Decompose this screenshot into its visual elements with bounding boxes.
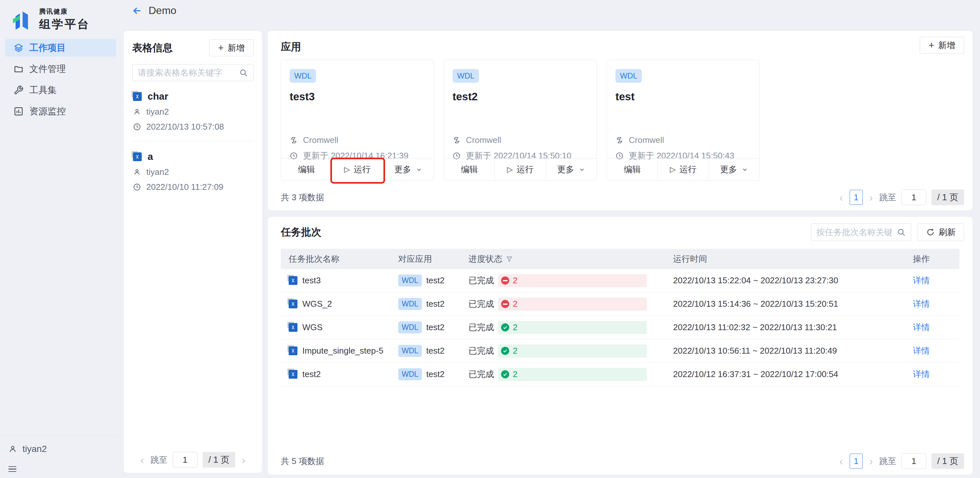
current-page-button[interactable]: 1	[850, 190, 863, 205]
batch-app: test2	[426, 346, 444, 356]
sidebar-item-toolset[interactable]: 工具集	[5, 81, 116, 99]
prev-page-icon[interactable]: ‹	[139, 454, 145, 465]
batch-row[interactable]: Impute_single_step-5 WDL test2 已完成 2 202…	[281, 339, 959, 363]
app-cards: WDL test3 Cromwell 更新于 2022/10/14 16:21:…	[281, 60, 760, 181]
app-card[interactable]: WDL test2 Cromwell 更新于 2022/10/14 15:50:…	[444, 60, 597, 181]
more-button[interactable]: 更多	[383, 159, 434, 180]
more-label: 更多	[557, 164, 574, 175]
batch-name: Impute_single_step-5	[302, 346, 383, 356]
batch-row[interactable]: test3 WDL test2 已完成 2 2022/10/13 15:22:0…	[281, 269, 959, 292]
engine-icon	[616, 136, 624, 144]
progress-bar: 2	[498, 298, 647, 311]
next-page-icon[interactable]: ›	[240, 454, 247, 465]
clock-icon	[133, 123, 141, 131]
prev-page-icon[interactable]: ‹	[838, 192, 844, 203]
detail-link[interactable]: 详情	[913, 368, 930, 380]
detail-link[interactable]: 详情	[913, 298, 930, 310]
batch-status: 已完成	[468, 275, 494, 286]
table-updated: 2022/10/10 11:27:09	[146, 182, 223, 192]
folder-icon	[14, 64, 24, 74]
next-page-icon[interactable]: ›	[868, 192, 874, 203]
batch-row[interactable]: WGS WDL test2 已完成 2 2022/10/13 11:02:32 …	[281, 316, 959, 339]
next-page-icon[interactable]: ›	[868, 456, 874, 467]
run-button[interactable]: ▷ 运行	[495, 159, 546, 180]
prev-page-icon[interactable]: ‹	[838, 456, 844, 467]
apps-panel: 应用 + 新增 WDL test3 Cromwell 更新于 2022/10/1…	[268, 31, 972, 210]
current-user[interactable]: tiyan2	[8, 444, 47, 454]
tables-panel: 表格信息 + 新增 char tiyan2 2022/10/13 10:57:0…	[124, 31, 262, 473]
batch-search-input[interactable]	[811, 227, 897, 237]
search-icon[interactable]	[239, 68, 248, 77]
brand-name-large: 组学平台	[39, 17, 90, 32]
run-label: 运行	[679, 164, 697, 175]
table-owner: tiyan2	[146, 107, 169, 117]
progress-bar: 2	[498, 345, 647, 357]
batch-app: test2	[426, 369, 444, 380]
edit-button[interactable]: 编辑	[607, 159, 657, 180]
batch-row[interactable]: WGS_2 WDL test2 已完成 2 2022/10/13 15:14:3…	[281, 292, 959, 316]
sidebar-item-file-management[interactable]: 文件管理	[5, 60, 116, 78]
run-button[interactable]: ▷ 运行	[332, 159, 382, 180]
edit-button[interactable]: 编辑	[444, 159, 495, 180]
app-type-tag: WDL	[290, 69, 316, 83]
success-badge-icon	[501, 370, 509, 378]
brand-logo: 腾讯健康 组学平台	[11, 7, 90, 32]
batch-time: 2022/10/12 16:37:31 ~ 2022/10/12 17:00:5…	[673, 369, 838, 380]
app-name: test2	[453, 91, 588, 103]
user-icon	[133, 168, 141, 176]
table-search-input[interactable]	[133, 68, 239, 78]
play-icon: ▷	[344, 165, 350, 174]
page-header: Demo	[132, 5, 176, 17]
more-button[interactable]: 更多	[546, 159, 597, 180]
add-table-button[interactable]: + 新增	[209, 40, 253, 56]
batches-panel-title: 任务批次	[281, 226, 321, 239]
sidebar-item-work-projects[interactable]: 工作项目	[5, 39, 116, 57]
back-arrow-icon[interactable]	[132, 6, 143, 16]
run-label: 运行	[354, 164, 371, 175]
page-jump-input[interactable]	[173, 452, 197, 468]
batches-panel: 任务批次 刷新 任务批次名称 对应应用 进度状态 运行时间 操作 test3	[268, 217, 972, 475]
page-jump-input[interactable]	[902, 453, 926, 469]
brand-mark-icon	[11, 9, 35, 30]
play-icon: ▷	[670, 165, 676, 174]
run-button[interactable]: ▷ 运行	[657, 159, 708, 180]
detail-link[interactable]: 详情	[913, 275, 930, 286]
batch-time: 2022/10/13 15:22:04 ~ 2022/10/13 23:27:3…	[673, 275, 838, 286]
app-card[interactable]: WDL test Cromwell 更新于 2022/10/14 15:50:4…	[607, 60, 760, 181]
more-button[interactable]: 更多	[709, 159, 759, 180]
sidebar-item-label: 文件管理	[29, 63, 66, 75]
add-app-label: 新增	[938, 40, 955, 51]
jump-label: 跳至	[879, 192, 896, 203]
app-type-tag: WDL	[398, 345, 422, 357]
sidebar-item-resource-monitor[interactable]: 资源监控	[5, 103, 116, 120]
table-list-item[interactable]: a tiyan2 2022/10/10 11:27:09	[132, 141, 253, 201]
batch-row[interactable]: test2 WDL test2 已完成 2 2022/10/12 16:37:3…	[281, 363, 959, 386]
engine-icon	[290, 136, 298, 144]
user-icon	[133, 108, 141, 116]
detail-link[interactable]: 详情	[913, 322, 930, 333]
current-page-button[interactable]: 1	[850, 454, 863, 468]
table-list-item[interactable]: char tiyan2 2022/10/13 10:57:08	[132, 81, 253, 141]
sidebar-item-label: 工具集	[29, 84, 57, 96]
add-app-button[interactable]: + 新增	[920, 37, 964, 54]
batch-status: 已完成	[468, 298, 494, 310]
refresh-button[interactable]: 刷新	[918, 223, 964, 241]
apps-pager: ‹ 1 › 跳至 / 1 页	[838, 189, 964, 205]
page-title: Demo	[149, 5, 176, 17]
detail-link[interactable]: 详情	[913, 345, 930, 357]
page-jump-input[interactable]	[902, 189, 926, 205]
edit-button[interactable]: 编辑	[281, 159, 332, 180]
filter-funnel-icon[interactable]	[506, 255, 513, 263]
collapse-menu-icon[interactable]	[8, 465, 16, 474]
batch-status: 已完成	[468, 368, 494, 380]
table-search	[132, 64, 253, 81]
more-label: 更多	[394, 164, 411, 175]
app-name: test3	[290, 91, 425, 103]
batch-icon	[289, 300, 298, 308]
app-type-tag: WDL	[453, 69, 479, 83]
edit-label: 编辑	[624, 164, 641, 175]
app-card[interactable]: WDL test3 Cromwell 更新于 2022/10/14 16:21:…	[281, 60, 434, 181]
app-type-tag: WDL	[398, 275, 422, 287]
search-icon[interactable]	[897, 228, 906, 237]
chevron-down-icon	[579, 167, 585, 173]
